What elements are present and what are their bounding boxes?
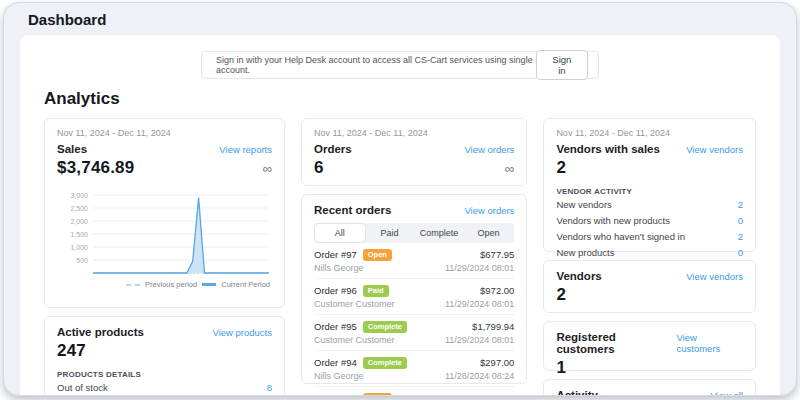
- new-vendors-label: New vendors: [556, 199, 611, 210]
- column-left: Nov 11, 2024 - Dec 11, 2024 Sales View r…: [44, 118, 285, 396]
- orders-title: Orders: [314, 143, 352, 155]
- svg-text:2,500: 2,500: [70, 205, 88, 212]
- order-id[interactable]: Order #95: [314, 321, 357, 332]
- sales-title: Sales: [57, 143, 87, 155]
- infinity-icon: ∞: [263, 162, 272, 175]
- active-products-card: Active products View products 247 PRODUC…: [44, 316, 285, 396]
- vendors-title: Vendors: [556, 270, 601, 282]
- order-row[interactable]: Order #94 Complete $297.00 Nills George …: [314, 351, 514, 387]
- vendors-not-signed-in-label: Vendors who haven't signed in: [556, 231, 685, 242]
- activity-card: Activity View all: [543, 379, 756, 396]
- vendors-card: Vendors View vendors 2: [543, 260, 756, 313]
- order-customer: Customer Customer: [314, 299, 395, 309]
- order-id[interactable]: Order #94: [314, 357, 357, 368]
- order-amount: $150.00: [480, 393, 514, 396]
- recent-orders-card: Recent orders View orders All Paid Compl…: [301, 194, 527, 384]
- view-customers-link[interactable]: View customers: [676, 332, 743, 354]
- cards-grid: Nov 11, 2024 - Dec 11, 2024 Sales View r…: [28, 118, 772, 396]
- new-products-value[interactable]: 0: [738, 247, 743, 258]
- order-status-badge: Complete: [363, 357, 407, 370]
- vendors-with-sales-card: Nov 11, 2024 - Dec 11, 2024 Vendors with…: [543, 118, 756, 252]
- order-amount: $677.95: [480, 249, 514, 260]
- order-status-badge: Complete: [363, 321, 407, 334]
- orders-value: 6: [314, 158, 324, 178]
- infinity-icon: ∞: [505, 162, 514, 175]
- vendor-activity-row: New products 0: [556, 244, 743, 260]
- order-status-badge: Open: [363, 249, 392, 262]
- sales-value: $3,746.89: [57, 158, 134, 178]
- view-all-link[interactable]: View all: [710, 390, 743, 396]
- out-of-stock-label: Out of stock: [57, 382, 108, 393]
- order-row[interactable]: Order #93 Open $150.00 Customer Customer…: [314, 387, 514, 396]
- view-reports-link[interactable]: View reports: [219, 144, 272, 155]
- order-status-tabs: All Paid Complete Open: [314, 223, 514, 243]
- svg-text:2,000: 2,000: [70, 218, 88, 225]
- out-of-stock-row: Out of stock 8: [57, 379, 272, 395]
- order-id[interactable]: Order #93: [314, 393, 357, 396]
- tab-open[interactable]: Open: [464, 224, 514, 242]
- sales-chart-svg: 5001,0001,5002,0002,5003,000: [57, 183, 274, 293]
- page-title: Dashboard: [28, 11, 106, 28]
- sign-in-button[interactable]: Sign in: [536, 50, 588, 80]
- order-date: 11/28/2024 08:24: [445, 371, 514, 381]
- order-amount: $297.00: [480, 357, 514, 368]
- chart-legend: Previous period Current Period: [126, 280, 270, 289]
- active-products-value: 247: [57, 341, 86, 361]
- order-amount: $972.00: [480, 285, 514, 296]
- vendors-new-products-value[interactable]: 0: [738, 215, 743, 226]
- vendors-view-link[interactable]: View vendors: [686, 271, 743, 282]
- order-row[interactable]: Order #96 Paid $972.00 Customer Customer…: [314, 279, 514, 315]
- svg-text:1,000: 1,000: [70, 244, 88, 251]
- current-period-label: Current Period: [221, 280, 270, 289]
- vendors-value: 2: [556, 285, 566, 305]
- content-panel: Sign in with your Help Desk account to a…: [20, 35, 780, 395]
- new-vendors-value[interactable]: 2: [738, 199, 743, 210]
- products-details-label: PRODUCTS DETAILS: [57, 370, 272, 379]
- order-customer: Nills George: [314, 263, 364, 273]
- helpdesk-signin-banner: Sign in with your Help Desk account to a…: [201, 51, 599, 79]
- column-middle: Nov 11, 2024 - Dec 11, 2024 Orders View …: [301, 118, 527, 384]
- signin-banner-text: Sign in with your Help Desk account to a…: [216, 55, 536, 75]
- order-row[interactable]: Order #95 Complete $1,799.94 Customer Cu…: [314, 315, 514, 351]
- vendors-with-sales-title: Vendors with sales: [556, 143, 660, 155]
- order-date: 11/29/2024 08:01: [445, 335, 514, 345]
- previous-period-label: Previous period: [145, 280, 197, 289]
- vendors-new-products-label: Vendors with new products: [556, 215, 670, 226]
- view-orders-link[interactable]: View orders: [464, 144, 514, 155]
- svg-text:3,000: 3,000: [70, 192, 88, 199]
- order-id[interactable]: Order #97: [314, 249, 357, 260]
- dashboard-window: Dashboard Sign in with your Help Desk ac…: [3, 2, 797, 396]
- vendor-activity-row: Vendors who haven't signed in 2: [556, 228, 743, 244]
- column-right: Nov 11, 2024 - Dec 11, 2024 Vendors with…: [543, 118, 756, 396]
- analytics-heading: Analytics: [44, 89, 772, 109]
- vendors-not-signed-in-value[interactable]: 2: [738, 231, 743, 242]
- sales-chart: 5001,0001,5002,0002,5003,000 Previous pe…: [57, 183, 272, 293]
- active-products-title: Active products: [57, 326, 144, 338]
- svg-text:1,500: 1,500: [70, 231, 88, 238]
- current-period-swatch: [202, 283, 216, 286]
- tab-complete[interactable]: Complete: [414, 224, 464, 242]
- view-products-link[interactable]: View products: [213, 327, 273, 338]
- registered-customers-card: Registered customers View customers 1: [543, 321, 756, 371]
- order-date: 11/29/2024 08:01: [445, 299, 514, 309]
- vendor-activity-row: New vendors 2: [556, 196, 743, 212]
- order-date: 11/29/2024 08:01: [445, 263, 514, 273]
- tab-all[interactable]: All: [315, 224, 365, 242]
- orders-card: Nov 11, 2024 - Dec 11, 2024 Orders View …: [301, 118, 527, 186]
- order-amount: $1,799.94: [472, 321, 514, 332]
- view-vendors-link[interactable]: View vendors: [686, 144, 743, 155]
- tab-paid[interactable]: Paid: [365, 224, 415, 242]
- vendor-activity-label: VENDOR ACTIVITY: [556, 187, 743, 196]
- order-row[interactable]: Order #97 Open $677.95 Nills George 11/2…: [314, 243, 514, 279]
- order-id[interactable]: Order #96: [314, 285, 357, 296]
- recent-orders-view-link[interactable]: View orders: [464, 205, 514, 216]
- previous-period-swatch: [126, 284, 140, 286]
- orders-date-range: Nov 11, 2024 - Dec 11, 2024: [314, 128, 514, 138]
- order-customer: Nills George: [314, 371, 364, 381]
- order-status-badge: Open: [363, 393, 392, 397]
- out-of-stock-value[interactable]: 8: [267, 382, 272, 393]
- order-customer: Customer Customer: [314, 335, 395, 345]
- vendors-with-sales-value: 2: [556, 158, 566, 178]
- activity-title: Activity: [556, 389, 598, 396]
- vendors-sales-date-range: Nov 11, 2024 - Dec 11, 2024: [556, 128, 743, 138]
